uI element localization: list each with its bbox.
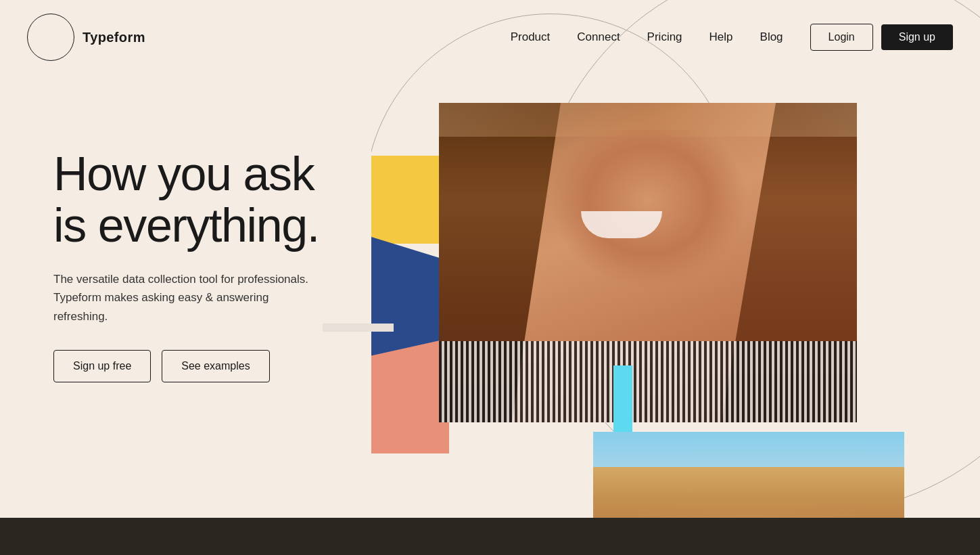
title-decoration-bar — [323, 324, 394, 332]
woman-face-bg — [439, 103, 857, 422]
navigation: Typeform Product Connect Pricing Help Bl… — [0, 0, 980, 74]
nav-links: Product Connect Pricing Help Blog — [511, 30, 783, 44]
shirt-stripes — [439, 341, 857, 422]
signup-free-button[interactable]: Sign up free — [53, 350, 151, 382]
logo-circle — [27, 14, 74, 61]
logo-text: Typeform — [83, 30, 145, 45]
art-pink-block — [371, 338, 449, 453]
hero-buttons: Sign up free See examples — [53, 350, 371, 382]
bottom-bar — [0, 518, 980, 555]
logo[interactable]: Typeform — [27, 14, 145, 61]
photo-woman — [439, 103, 857, 422]
hero-content: How you ask is everything. The versatile… — [53, 149, 371, 382]
see-examples-button[interactable]: See examples — [162, 350, 269, 382]
art-yellow-block — [371, 156, 446, 244]
signup-nav-button[interactable]: Sign up — [881, 24, 953, 50]
hero-subtitle: The versatile data collection tool for p… — [53, 270, 310, 326]
nav-product[interactable]: Product — [511, 30, 551, 44]
nav-connect[interactable]: Connect — [577, 30, 620, 44]
nav-help[interactable]: Help — [709, 30, 733, 44]
hero-title: How you ask is everything. — [53, 149, 371, 251]
nav-pricing[interactable]: Pricing — [647, 30, 682, 44]
login-button[interactable]: Login — [810, 24, 873, 51]
nav-blog[interactable]: Blog — [760, 30, 783, 44]
hero-visual — [371, 0, 980, 555]
nav-buttons: Login Sign up — [810, 24, 953, 51]
